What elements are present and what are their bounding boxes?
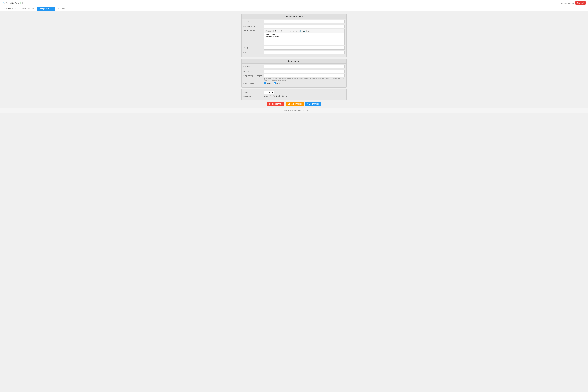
programming-languages-label: Programming Languages <box>243 74 264 76</box>
tab-list-job-offers[interactable]: List Job Offers <box>2 7 18 10</box>
tab-statistics[interactable]: Statistics <box>56 7 67 10</box>
app-brand: Recruiter App <box>6 2 23 4</box>
company-name-input[interactable] <box>264 25 345 28</box>
remote-label: Remote <box>267 82 272 84</box>
footer-text: Made with ❤ by the Mitochondria Team <box>280 110 308 112</box>
ol-button[interactable]: 1. <box>289 30 291 32</box>
remote-checkbox-label[interactable]: Remote <box>264 82 272 84</box>
status-row: Status Open Closed <box>243 91 345 94</box>
country-row: Country <box>243 46 345 50</box>
job-description-row: Job Description Normal B I U " •• 1. <box>243 29 345 45</box>
responsibilities-line: Responsibilities: <box>266 36 343 38</box>
tab-manage-job-offer[interactable]: Manage Job Offer <box>37 7 55 10</box>
navbar-left: 🔍 Recruiter App <box>2 2 23 4</box>
duties-line: Main Duties: <box>266 34 343 36</box>
image-button[interactable]: 📷 <box>303 30 306 32</box>
sign-out-button[interactable]: Sign out <box>576 1 586 5</box>
company-name-row: Company Name <box>243 25 345 28</box>
indent-button[interactable]: ⇥ <box>292 30 295 32</box>
status-label: Status <box>243 91 264 93</box>
tab-create-job-offer[interactable]: Create Job Offer <box>19 7 36 10</box>
delete-job-offer-button[interactable]: Delete Job Offer <box>267 102 284 106</box>
page-wrapper: 🔍 Recruiter App Authenticated as Sign ou… <box>0 0 588 392</box>
work-location-label: Work Location <box>243 82 264 85</box>
action-bar: Delete Job Offer Discard Changes Save ch… <box>241 102 347 106</box>
rich-text-toolbar: Normal B I U " •• 1. ⇥ ⇤ 🔗 📷 <box>264 29 344 33</box>
navbar: 🔍 Recruiter App Authenticated as Sign ou… <box>0 0 588 6</box>
date-posted-value: June 12th 2023, 6:04:00 am <box>264 95 287 97</box>
work-location-checkboxes: Remote On Site <box>264 82 281 84</box>
nav-tabs: List Job Offers Create Job Offer Manage … <box>0 6 588 11</box>
on-site-checkbox[interactable] <box>274 82 276 84</box>
country-label: Country <box>243 46 264 49</box>
remote-checkbox[interactable] <box>264 82 266 84</box>
ul-button[interactable]: •• <box>286 30 288 32</box>
general-information-section: General Information Job Title Company Na… <box>241 14 347 57</box>
courses-input[interactable] <box>264 65 345 68</box>
source-button[interactable]: </> <box>306 30 310 32</box>
job-title-row: Job Title <box>243 20 345 24</box>
languages-row: Languages <box>243 70 345 73</box>
navbar-right: Authenticated as Sign out <box>562 1 586 5</box>
date-posted-row: Date Posted June 12th 2023, 6:04:00 am <box>243 95 345 98</box>
dot-green <box>19 2 21 4</box>
job-title-input[interactable] <box>264 20 345 24</box>
city-row: City <box>243 51 345 54</box>
programming-languages-row: Programming Languages If you select a co… <box>243 74 345 81</box>
date-posted-label: Date Posted <box>243 95 264 98</box>
city-input[interactable] <box>264 51 345 54</box>
work-location-row: Work Location Remote On Site <box>243 82 345 85</box>
search-icon: 🔍 <box>2 2 5 4</box>
job-description-editor[interactable]: Normal B I U " •• 1. ⇥ ⇤ 🔗 📷 <box>264 29 345 45</box>
brand-text: Recruiter App <box>6 2 19 4</box>
underline-button[interactable]: U <box>280 30 282 32</box>
general-info-body: Job Title Company Name Job Description N… <box>242 19 346 57</box>
status-section: Status Open Closed Date Posted June 12th… <box>241 89 347 100</box>
languages-label: Languages <box>243 70 264 72</box>
bold-button[interactable]: B <box>274 30 277 32</box>
requirements-header: Requirements <box>242 59 346 64</box>
city-label: City <box>243 51 264 53</box>
on-site-label: On Site <box>276 82 282 84</box>
on-site-checkbox-label[interactable]: On Site <box>274 82 282 84</box>
status-body: Status Open Closed Date Posted June 12th… <box>242 90 346 100</box>
languages-input[interactable] <box>264 70 345 73</box>
italic-button[interactable]: I <box>277 30 279 32</box>
quote-button[interactable]: " <box>283 30 285 32</box>
requirements-section: Requirements Courses Languages Programmi… <box>241 59 347 88</box>
auth-label: Authenticated as <box>562 2 574 4</box>
courses-label: Courses <box>243 65 264 68</box>
programming-languages-input[interactable] <box>264 74 345 77</box>
status-select[interactable]: Open Closed <box>264 91 274 94</box>
requirements-body: Courses Languages Programming Languages … <box>242 64 346 87</box>
link-button[interactable]: 🔗 <box>299 30 302 32</box>
save-changes-button[interactable]: Save changes <box>305 102 321 106</box>
job-title-label: Job Title <box>243 20 264 23</box>
outdent-button[interactable]: ⇤ <box>295 30 298 32</box>
country-input[interactable] <box>264 46 345 50</box>
discard-changes-button[interactable]: Discard Changes <box>286 102 304 106</box>
company-name-label: Company Name <box>243 25 264 27</box>
main-content: General Information Job Title Company Na… <box>240 14 348 106</box>
style-select[interactable]: Normal <box>265 30 274 32</box>
footer: Made with ❤ by the Mitochondria Team <box>0 108 588 113</box>
courses-row: Courses <box>243 65 345 68</box>
job-description-label: Job Description <box>243 29 264 32</box>
programming-languages-hint: If you select a course that heavily util… <box>264 78 345 81</box>
dot-gray <box>22 2 23 4</box>
rich-text-content[interactable]: Main Duties: Responsibilities: <box>264 33 344 45</box>
general-info-header: General Information <box>242 14 346 19</box>
